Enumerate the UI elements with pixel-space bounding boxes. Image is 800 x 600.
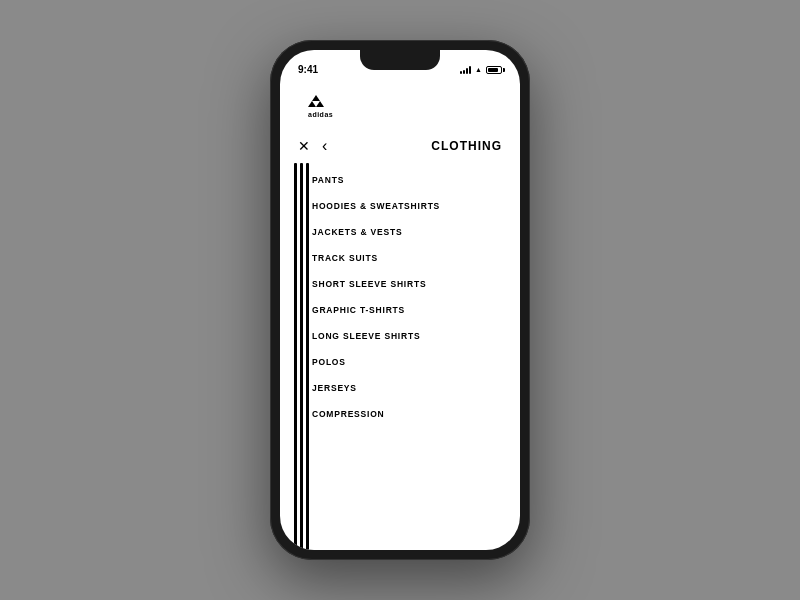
status-icons: ▲ xyxy=(460,66,502,74)
nav-header: ✕ ‹ CLOTHING xyxy=(280,131,520,163)
menu-item[interactable]: GRAPHIC T-SHIRTS xyxy=(298,297,520,323)
adidas-logo: adidas xyxy=(298,91,348,119)
menu-list: PANTSHOODIES & SWEATSHIRTSJACKETS & VEST… xyxy=(298,163,520,550)
app-content: adidas ✕ ‹ CLOTHING PANTSHOODIES & SWEAT… xyxy=(280,79,520,550)
menu-item[interactable]: POLOS xyxy=(298,349,520,375)
phone-screen: 9:41 ▲ adidas xyxy=(280,50,520,550)
stripe-decoration xyxy=(280,163,298,550)
status-time: 9:41 xyxy=(298,64,318,75)
close-button[interactable]: ✕ xyxy=(298,139,310,153)
menu-item[interactable]: SHORT SLEEVE SHIRTS xyxy=(298,271,520,297)
wifi-icon: ▲ xyxy=(475,66,482,73)
menu-item[interactable]: PANTS xyxy=(298,167,520,193)
phone-frame: 9:41 ▲ adidas xyxy=(270,40,530,560)
phone-notch xyxy=(360,50,440,70)
menu-item[interactable]: COMPRESSION xyxy=(298,401,520,427)
nav-title: CLOTHING xyxy=(431,139,502,153)
battery-fill xyxy=(488,68,498,72)
menu-item[interactable]: LONG SLEEVE SHIRTS xyxy=(298,323,520,349)
menu-item[interactable]: TRACK SUITS xyxy=(298,245,520,271)
stripe-1 xyxy=(294,163,297,550)
battery-icon xyxy=(486,66,502,74)
menu-container: PANTSHOODIES & SWEATSHIRTSJACKETS & VEST… xyxy=(280,163,520,550)
menu-item[interactable]: JACKETS & VESTS xyxy=(298,219,520,245)
menu-item[interactable]: HOODIES & SWEATSHIRTS xyxy=(298,193,520,219)
back-button[interactable]: ‹ xyxy=(322,137,327,155)
signal-icon xyxy=(460,66,471,74)
menu-item[interactable]: JERSEYS xyxy=(298,375,520,401)
svg-text:adidas: adidas xyxy=(308,111,333,118)
logo-area: adidas xyxy=(280,79,520,131)
